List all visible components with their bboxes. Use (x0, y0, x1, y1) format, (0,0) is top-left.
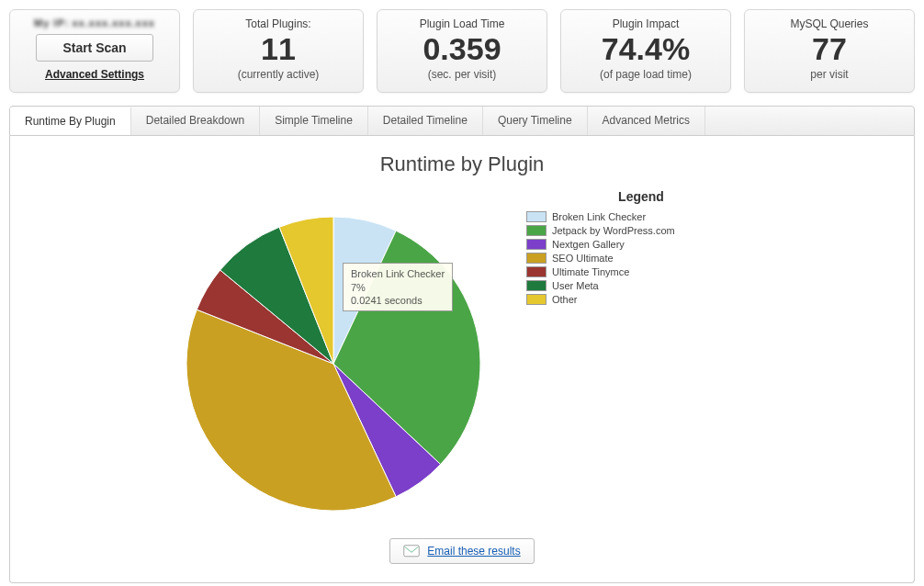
legend-label: SEO Ultimate (552, 253, 614, 264)
queries-value: 77 (754, 32, 905, 66)
legend-swatch (526, 225, 547, 236)
chart-tooltip: Broken Link Checker 7% 0.0241 seconds (343, 263, 453, 311)
start-scan-button[interactable]: Start Scan (36, 34, 152, 62)
legend-swatch (526, 211, 547, 222)
tab-runtime-by-plugin[interactable]: Runtime By Plugin (10, 107, 131, 136)
tab-detailed-breakdown[interactable]: Detailed Breakdown (131, 107, 260, 135)
pie-chart: Broken Link Checker 7% 0.0241 seconds (168, 189, 499, 520)
legend-label: Other (552, 294, 578, 305)
advanced-settings-link[interactable]: Advanced Settings (45, 68, 144, 81)
legend-title: Legend (526, 189, 756, 204)
tab-advanced-metrics[interactable]: Advanced Metrics (588, 107, 705, 135)
legend-item[interactable]: Broken Link Checker (526, 211, 756, 222)
legend-item[interactable]: Nextgen Gallery (526, 239, 756, 250)
tooltip-name: Broken Link Checker (351, 267, 445, 280)
tab-simple-timeline[interactable]: Simple Timeline (260, 107, 368, 135)
chart-legend: Legend Broken Link CheckerJetpack by Wor… (526, 189, 756, 308)
scan-card: My IP: xx.xxx.xxx.xxx Start Scan Advance… (9, 9, 180, 93)
total-plugins-sub: (currently active) (203, 68, 354, 81)
email-results-link[interactable]: Email these results (427, 545, 520, 558)
impact-sub: (of page load time) (570, 68, 721, 81)
legend-label: User Meta (552, 280, 599, 291)
legend-swatch (526, 294, 547, 305)
legend-item[interactable]: Jetpack by WordPress.com (526, 225, 756, 236)
legend-swatch (526, 239, 547, 250)
email-results-button[interactable]: Email these results (389, 538, 534, 564)
load-time-sub: (sec. per visit) (387, 68, 537, 81)
queries-label: MySQL Queries (754, 17, 905, 30)
total-plugins-value: 11 (203, 32, 354, 66)
queries-sub: per visit (754, 68, 905, 81)
legend-label: Jetpack by WordPress.com (552, 225, 675, 236)
total-plugins-label: Total Plugins: (203, 17, 354, 30)
legend-item[interactable]: Other (526, 294, 756, 305)
legend-swatch (526, 253, 547, 264)
tab-query-timeline[interactable]: Query Timeline (483, 107, 588, 135)
tab-panel: Runtime by Plugin Broken Link Checker 7%… (9, 136, 915, 583)
chart-title: Runtime by Plugin (28, 152, 896, 176)
svg-rect-0 (404, 546, 420, 557)
legend-label: Ultimate Tinymce (552, 266, 629, 277)
ip-label: My IP: (34, 17, 69, 28)
stats-row: My IP: xx.xxx.xxx.xxx Start Scan Advance… (9, 9, 915, 93)
load-time-label: Plugin Load Time (387, 17, 537, 30)
legend-item[interactable]: User Meta (526, 280, 756, 291)
legend-label: Broken Link Checker (552, 211, 646, 222)
ip-label-row: My IP: xx.xxx.xxx.xxx (19, 17, 170, 28)
queries-card: MySQL Queries 77 per visit (744, 9, 915, 93)
ip-value: xx.xxx.xxx.xxx (73, 17, 155, 28)
tooltip-sec: 0.0241 seconds (351, 294, 445, 307)
tooltip-pct: 7% (351, 281, 445, 294)
legend-swatch (526, 266, 547, 277)
impact-card: Plugin Impact 74.4% (of page load time) (560, 9, 731, 93)
load-time-value: 0.359 (387, 32, 537, 66)
legend-item[interactable]: Ultimate Tinymce (526, 266, 756, 277)
total-plugins-card: Total Plugins: 11 (currently active) (193, 9, 364, 93)
mail-icon (403, 545, 420, 558)
load-time-card: Plugin Load Time 0.359 (sec. per visit) (377, 9, 547, 93)
tab-detailed-timeline[interactable]: Detailed Timeline (368, 107, 483, 135)
tab-bar: Runtime By PluginDetailed BreakdownSimpl… (9, 106, 915, 136)
impact-value: 74.4% (570, 32, 721, 66)
legend-label: Nextgen Gallery (552, 239, 625, 250)
legend-item[interactable]: SEO Ultimate (526, 253, 756, 264)
impact-label: Plugin Impact (570, 17, 721, 30)
legend-swatch (526, 280, 547, 291)
